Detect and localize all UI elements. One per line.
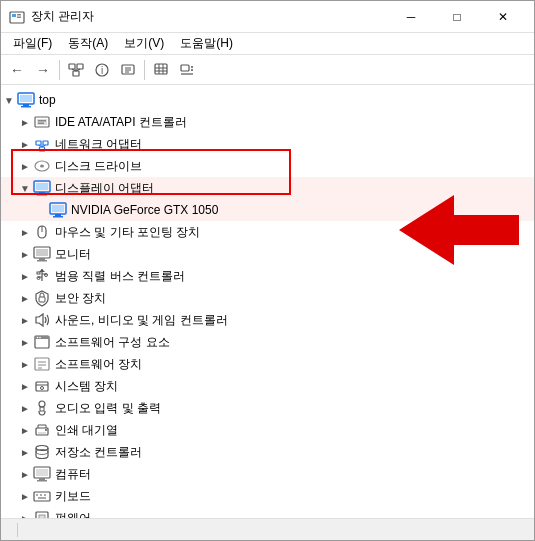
status-separator xyxy=(17,523,18,537)
svg-rect-5 xyxy=(77,64,83,69)
toolbar-btn-4[interactable] xyxy=(149,58,173,82)
close-button[interactable]: ✕ xyxy=(480,1,526,33)
security-icon xyxy=(33,289,51,307)
system-icon xyxy=(33,377,51,395)
expand-arrow[interactable]: ► xyxy=(17,246,33,262)
item-label: 펌웨어 xyxy=(55,510,91,519)
expand-arrow[interactable]: ► xyxy=(17,114,33,130)
svg-rect-1 xyxy=(12,14,16,17)
list-item[interactable]: ► 네트워크 어댑터 xyxy=(1,133,534,155)
list-item[interactable]: ► 소프트웨어 장치 xyxy=(1,353,534,375)
svg-rect-86 xyxy=(34,492,50,501)
svg-rect-30 xyxy=(37,119,47,125)
root-expand-arrow[interactable]: ▼ xyxy=(1,92,17,108)
svg-point-79 xyxy=(45,429,47,431)
expand-arrow[interactable]: ► xyxy=(17,136,33,152)
list-item[interactable]: ► 저장소 컨트롤러 xyxy=(1,441,534,463)
expand-arrow[interactable]: ► xyxy=(17,444,33,460)
title-text: 장치 관리자 xyxy=(31,8,388,25)
list-item[interactable]: ► 디스크 드라이브 xyxy=(1,155,534,177)
title-bar-buttons: ─ □ ✕ xyxy=(388,1,526,33)
menu-file[interactable]: 파일(F) xyxy=(5,33,60,54)
svg-point-40 xyxy=(40,165,44,168)
minimize-button[interactable]: ─ xyxy=(388,1,434,33)
computer-icon xyxy=(17,91,35,109)
list-item[interactable]: ► 오디오 입력 및 출력 xyxy=(1,397,534,419)
svg-rect-44 xyxy=(37,194,47,196)
expand-arrow[interactable]: ► xyxy=(17,422,33,438)
expand-arrow[interactable]: ► xyxy=(17,510,33,518)
item-label: 인쇄 대기열 xyxy=(55,422,118,439)
expand-arrow[interactable]: ► xyxy=(17,224,33,240)
expand-arrow[interactable]: ► xyxy=(17,356,33,372)
expand-arrow[interactable]: ▼ xyxy=(17,180,33,196)
menu-help[interactable]: 도움말(H) xyxy=(172,33,241,54)
svg-rect-52 xyxy=(36,249,48,256)
expand-arrow[interactable]: ► xyxy=(17,312,33,328)
expand-arrow[interactable]: ► xyxy=(17,290,33,306)
root-label: top xyxy=(39,93,56,107)
toolbar-btn-2[interactable]: i xyxy=(90,58,114,82)
audio-icon xyxy=(33,399,51,417)
item-label: 모니터 xyxy=(55,246,91,263)
svg-point-74 xyxy=(41,387,44,390)
list-item[interactable]: ► 사운드, 비디오 및 게임 컨트롤러 xyxy=(1,309,534,331)
toolbar-separator-2 xyxy=(144,60,145,80)
svg-point-66 xyxy=(37,337,39,339)
title-bar: 장치 관리자 ─ □ ✕ xyxy=(1,1,534,33)
forward-button[interactable]: → xyxy=(31,58,55,82)
list-item[interactable]: ► 시스템 장치 xyxy=(1,375,534,397)
list-item[interactable]: ► 키보드 xyxy=(1,485,534,507)
expand-arrow[interactable]: ► xyxy=(17,158,33,174)
nvidia-gpu-item[interactable]: ► NVIDIA GeForce GTX 1050 xyxy=(1,199,534,221)
list-item[interactable]: ► 펌웨어 xyxy=(1,507,534,518)
svg-rect-43 xyxy=(39,192,45,194)
svg-rect-47 xyxy=(55,214,61,216)
item-label: IDE ATA/ATAPI 컨트롤러 xyxy=(55,114,187,131)
expand-arrow[interactable]: ► xyxy=(17,400,33,416)
window-icon xyxy=(9,9,25,25)
list-item[interactable]: ► 마우스 및 기타 포인팅 장치 xyxy=(1,221,534,243)
svg-rect-33 xyxy=(36,141,41,145)
svg-rect-83 xyxy=(36,469,48,476)
item-label: 컴퓨터 xyxy=(55,466,91,483)
tree-root[interactable]: ▼ top xyxy=(1,89,534,111)
list-item[interactable]: ► 범용 직렬 버스 컨트롤러 xyxy=(1,265,534,287)
ide-icon xyxy=(33,113,51,131)
expand-arrow[interactable]: ► xyxy=(17,488,33,504)
menu-view[interactable]: 보기(V) xyxy=(116,33,172,54)
toolbar-btn-3[interactable] xyxy=(116,58,140,82)
toolbar-btn-1[interactable] xyxy=(64,58,88,82)
list-item[interactable]: ► 보안 장치 xyxy=(1,287,534,309)
expand-arrow[interactable]: ► xyxy=(17,268,33,284)
display-adapter-item[interactable]: ▼ 디스플레이 어댑터 xyxy=(1,177,534,199)
item-label: 시스템 장치 xyxy=(55,378,118,395)
item-label: 디스플레이 어댑터 xyxy=(55,180,154,197)
item-label: 키보드 xyxy=(55,488,91,505)
maximize-button[interactable]: □ xyxy=(434,1,480,33)
menu-action[interactable]: 동작(A) xyxy=(60,33,116,54)
back-button[interactable]: ← xyxy=(5,58,29,82)
svg-rect-62 xyxy=(39,297,45,302)
display-icon xyxy=(33,179,51,197)
svg-text:i: i xyxy=(101,65,103,76)
tree-container[interactable]: ▼ top ► IDE ATA/ATAPI 컨트롤러 ► xyxy=(1,85,534,518)
item-label: 오디오 입력 및 출력 xyxy=(55,400,161,417)
expand-arrow[interactable]: ► xyxy=(17,334,33,350)
item-label: 디스크 드라이브 xyxy=(55,158,142,175)
svg-point-67 xyxy=(39,337,41,339)
list-item[interactable]: ► 인쇄 대기열 xyxy=(1,419,534,441)
toolbar-btn-5[interactable] xyxy=(175,58,199,82)
expand-arrow[interactable]: ► xyxy=(17,466,33,482)
firmware-icon xyxy=(33,509,51,518)
software2-icon xyxy=(33,355,51,373)
list-item[interactable]: ► 소프트웨어 구성 요소 xyxy=(1,331,534,353)
expand-arrow[interactable]: ► xyxy=(17,378,33,394)
list-item[interactable]: ► 컴퓨터 xyxy=(1,463,534,485)
svg-rect-48 xyxy=(53,216,63,218)
svg-rect-32 xyxy=(38,123,44,125)
item-label: 범용 직렬 버스 컨트롤러 xyxy=(55,268,185,285)
svg-rect-53 xyxy=(39,258,45,260)
list-item[interactable]: ► 모니터 xyxy=(1,243,534,265)
list-item[interactable]: ► IDE ATA/ATAPI 컨트롤러 xyxy=(1,111,534,133)
